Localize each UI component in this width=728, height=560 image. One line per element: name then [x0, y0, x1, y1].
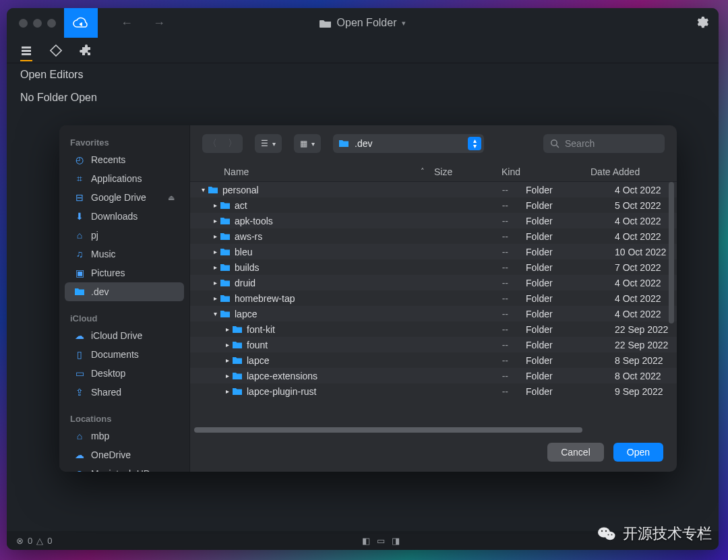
- sidebar-item-pictures[interactable]: ▣Pictures: [65, 263, 184, 282]
- group-mode[interactable]: ▦▾: [294, 134, 321, 153]
- close-window-dot[interactable]: [19, 19, 28, 28]
- chevron-right-icon[interactable]: ▸: [222, 356, 232, 364]
- tab-extensions[interactable]: [80, 44, 92, 57]
- file-row[interactable]: ▸lapce--Folder8 Sep 2022: [190, 352, 677, 368]
- chevron-down-icon[interactable]: ▾: [210, 310, 220, 317]
- file-row[interactable]: ▸lapce-extensions--Folder8 Oct 2022: [190, 368, 677, 383]
- file-row[interactable]: ▸aws-rs--Folder4 Oct 2022: [190, 228, 677, 244]
- file-row[interactable]: ▸act--Folder5 Oct 2022: [190, 197, 677, 213]
- sidebar-section-header: Locations: [59, 411, 189, 427]
- minimize-window-dot[interactable]: [33, 19, 42, 28]
- file-row[interactable]: ▸apk-tools--Folder4 Oct 2022: [190, 213, 677, 228]
- search-field[interactable]: Search: [543, 134, 665, 153]
- download-icon: ⬇: [74, 211, 85, 222]
- chevron-right-icon[interactable]: ▸: [210, 279, 220, 286]
- sidebar-item--dev[interactable]: .dev: [65, 282, 184, 301]
- file-name: homebrew-tap: [235, 293, 295, 304]
- drive-icon: ⊟: [74, 192, 85, 203]
- file-size: --: [458, 262, 526, 273]
- chevron-right-icon[interactable]: ▸: [222, 372, 232, 379]
- file-row[interactable]: ▾lapce--Folder4 Oct 2022: [190, 306, 677, 321]
- chevron-down-icon[interactable]: ▾: [198, 186, 208, 193]
- file-row[interactable]: ▸font-kit--Folder22 Sep 2022: [190, 321, 677, 337]
- file-row[interactable]: ▸fount--Folder22 Sep 2022: [190, 337, 677, 352]
- col-date[interactable]: Date Added: [590, 166, 677, 177]
- chevron-right-icon[interactable]: ▸: [222, 341, 232, 348]
- sidebar-item-recents[interactable]: ◴Recents: [65, 150, 184, 169]
- view-mode-list[interactable]: ☰▾: [255, 134, 282, 153]
- file-row[interactable]: ▸lapce-plugin-rust--Folder9 Sep 2022: [190, 383, 677, 399]
- sidebar-item-pj[interactable]: ⌂pj: [65, 226, 184, 245]
- dialog-toolbar: 〈 〉 ☰▾ ▦▾ .dev ▴▾: [190, 125, 677, 162]
- apps-icon: ⌗: [74, 173, 85, 184]
- eject-icon[interactable]: ⏏: [168, 193, 175, 202]
- sidebar-item-shared[interactable]: ⇪Shared: [65, 383, 184, 402]
- dialog-main: 〈 〉 ☰▾ ▦▾ .dev ▴▾: [190, 125, 677, 472]
- file-row[interactable]: ▸homebrew-tap--Folder4 Oct 2022: [190, 290, 677, 306]
- nav-forward-icon[interactable]: →: [153, 16, 165, 30]
- sidebar-item-documents[interactable]: ▯Documents: [65, 345, 184, 364]
- sidebar-item-desktop[interactable]: ▭Desktop: [65, 364, 184, 383]
- list-icon: ☰: [261, 139, 268, 148]
- chevron-right-icon[interactable]: ▸: [210, 294, 220, 302]
- folder-icon: [220, 217, 231, 225]
- sidebar-item-downloads[interactable]: ⬇Downloads: [65, 207, 184, 226]
- cancel-button[interactable]: Cancel: [547, 443, 604, 462]
- nav-back-icon[interactable]: ←: [121, 16, 133, 30]
- file-row[interactable]: ▸builds--Folder7 Oct 2022: [190, 259, 677, 275]
- sidebar-item-onedrive[interactable]: ☁OneDrive: [65, 445, 184, 464]
- file-list[interactable]: ▾personal--Folder4 Oct 2022▸act--Folder5…: [190, 182, 677, 433]
- file-row[interactable]: ▸bleu--Folder10 Oct 2022: [190, 244, 677, 259]
- sidebar-item-music[interactable]: ♫Music: [65, 245, 184, 263]
- file-name: lapce-extensions: [247, 371, 317, 381]
- open-editors-header[interactable]: Open Editors: [7, 63, 206, 86]
- zoom-window-dot[interactable]: [47, 19, 56, 28]
- sidebar-item-label: Desktop: [91, 368, 125, 379]
- sidebar-item-applications[interactable]: ⌗Applications: [65, 169, 184, 188]
- col-name[interactable]: Name ˄: [224, 166, 434, 177]
- layout-panel-icon[interactable]: ▭: [377, 536, 385, 546]
- settings-button[interactable]: [694, 15, 709, 30]
- col-size[interactable]: Size: [434, 166, 502, 177]
- chevron-down-icon[interactable]: ▾: [402, 19, 406, 28]
- file-size: --: [458, 293, 526, 304]
- diamond-icon: [50, 44, 62, 57]
- chevron-right-icon[interactable]: ▸: [210, 232, 220, 240]
- chevron-right-icon[interactable]: ▸: [222, 325, 232, 333]
- wechat-icon: [597, 526, 616, 542]
- warning-icon[interactable]: △: [36, 536, 43, 546]
- error-icon[interactable]: ⊗: [16, 536, 24, 546]
- dialog-sidebar[interactable]: Favorites◴Recents⌗Applications⊟Google Dr…: [59, 125, 190, 472]
- back-button[interactable]: 〈: [202, 134, 222, 153]
- col-kind[interactable]: Kind: [502, 166, 590, 177]
- layout-secondary-icon[interactable]: ◨: [392, 536, 400, 546]
- open-button[interactable]: Open: [613, 443, 663, 462]
- sidebar-item-macintosh-hd[interactable]: ⊘Macintosh HD: [65, 464, 184, 472]
- chevron-right-icon[interactable]: ▸: [210, 263, 220, 271]
- col-name-label: Name: [224, 166, 249, 177]
- layout-sidebar-icon[interactable]: ◧: [362, 536, 370, 546]
- file-row[interactable]: ▾personal--Folder4 Oct 2022: [190, 182, 677, 197]
- file-name: act: [235, 200, 247, 211]
- file-size: --: [458, 324, 526, 335]
- forward-button[interactable]: 〉: [222, 134, 243, 153]
- chevron-right-icon[interactable]: ▸: [210, 248, 220, 255]
- path-popup[interactable]: .dev ▴▾: [333, 134, 484, 153]
- updown-stepper-icon: ▴▾: [468, 137, 481, 150]
- sidebar-item-google-drive[interactable]: ⊟Google Drive⏏: [65, 188, 184, 207]
- svg-point-7: [611, 534, 613, 536]
- tab-source-control[interactable]: [50, 44, 62, 57]
- chevron-right-icon[interactable]: ▸: [210, 217, 220, 224]
- vertical-scrollbar[interactable]: [669, 182, 674, 323]
- tab-explorer[interactable]: [20, 45, 32, 61]
- clock-icon: ◴: [74, 154, 85, 165]
- titlebar: ← → Open Folder ▾: [7, 8, 719, 38]
- app-logo-button[interactable]: [64, 8, 98, 38]
- file-date: 5 Oct 2022: [615, 200, 677, 211]
- chevron-right-icon[interactable]: ▸: [222, 387, 232, 395]
- file-date: 7 Oct 2022: [615, 262, 677, 273]
- sidebar-item-icloud-drive[interactable]: ☁iCloud Drive: [65, 326, 184, 345]
- file-row[interactable]: ▸druid--Folder4 Oct 2022: [190, 275, 677, 290]
- sidebar-item-mbp[interactable]: ⌂mbp: [65, 427, 184, 445]
- chevron-right-icon[interactable]: ▸: [210, 201, 220, 209]
